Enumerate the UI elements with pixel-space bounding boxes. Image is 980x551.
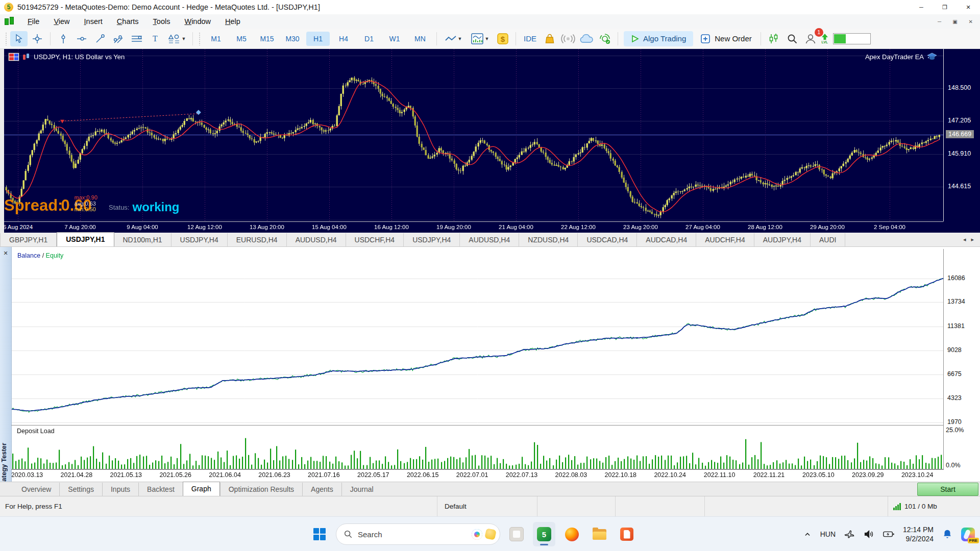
chart-tab-nd100m-h1[interactable]: ND100m,H1 [114, 233, 172, 246]
timeframe-m5[interactable]: M5 [230, 32, 253, 46]
status-profile[interactable]: Default [437, 496, 537, 516]
tabs-scroll-right-button[interactable]: ▸ [971, 236, 974, 243]
start-menu-button[interactable] [308, 522, 331, 546]
chart-tab-audcad-h4[interactable]: AUDCAD,H4 [637, 233, 696, 246]
chart-tab-usdcad-h4[interactable]: USDCAD,H4 [578, 233, 637, 246]
child-minimize-button[interactable]: ─ [938, 19, 941, 24]
chart-tab-audchf-h4[interactable]: AUDCHF,H4 [696, 233, 754, 246]
tray-chevron-up-icon[interactable] [803, 530, 812, 539]
resource-meter[interactable] [833, 33, 871, 44]
tester-tab-inputs[interactable]: Inputs [102, 483, 138, 496]
chart-tab-nzdusd-h4[interactable]: NZDUSD,H4 [519, 233, 578, 246]
menu-view[interactable]: View [46, 15, 77, 29]
new-order-button[interactable]: New Order [695, 31, 757, 46]
trendline-tool-button[interactable] [91, 31, 109, 46]
chart-type-button[interactable]: ▼ [441, 31, 465, 46]
minimize-button[interactable]: ─ [910, 0, 933, 14]
taskbar-app-file-explorer[interactable] [588, 522, 610, 546]
tick-chart-button[interactable] [765, 31, 782, 46]
menu-charts[interactable]: Charts [110, 15, 146, 29]
tester-tab-journal[interactable]: Journal [341, 483, 382, 496]
tray-clock[interactable]: 12:14 PM 9/2/2024 [903, 525, 934, 543]
price-axis[interactable]: 146.669 148.500147.205145.910144.615 [943, 49, 980, 221]
chart-tab-audjpy-h4[interactable]: AUDJPY,H4 [754, 233, 811, 246]
copilot-icon[interactable]: PRE [961, 528, 975, 541]
channel-tool-button[interactable] [110, 31, 127, 46]
taskbar-app-document[interactable] [616, 522, 638, 546]
chart-tab-usdchf-h4[interactable]: USDCHF,H4 [346, 233, 404, 246]
community-button[interactable] [596, 31, 614, 46]
search-highlight-icon[interactable] [472, 529, 482, 540]
start-button[interactable]: Start [917, 483, 978, 496]
timeframe-m1[interactable]: M1 [204, 32, 228, 46]
one-click-trading-icon[interactable] [22, 54, 31, 60]
ide-button[interactable]: IDE [520, 34, 541, 43]
chart-tab-eurusd-h4[interactable]: EURUSD,H4 [228, 233, 287, 246]
chart-tab-audi[interactable]: AUDI [811, 233, 845, 246]
signals-button[interactable] [559, 31, 577, 46]
tester-tab-settings[interactable]: Settings [59, 483, 102, 496]
timeframe-mn[interactable]: MN [408, 32, 432, 46]
price-chart-window[interactable]: USDJPY, H1: US Dollar vs Yen Apex DayTra… [0, 49, 980, 233]
chart-tab-audusd-h4[interactable]: AUDUSD,H4 [287, 233, 346, 246]
tabs-scroll-left-button[interactable]: ◂ [963, 236, 966, 243]
timeframe-m30[interactable]: M30 [281, 32, 304, 46]
chart-time-axis[interactable]: 6 Aug 20247 Aug 20:009 Aug 04:0012 Aug 1… [4, 221, 943, 233]
notification-bell-icon[interactable] [942, 529, 953, 540]
algo-trading-button[interactable]: Algo Trading [624, 31, 693, 46]
notifications-button[interactable]: 1 [802, 31, 819, 46]
menu-tools[interactable]: Tools [146, 15, 178, 29]
text-tool-button[interactable]: T [146, 31, 164, 46]
taskbar-app-metatrader5[interactable]: 5 [533, 522, 555, 546]
timeframe-d1[interactable]: D1 [357, 32, 381, 46]
chart-tab-gbpjpy-h1[interactable]: GBPJPY,H1 [0, 233, 57, 246]
chart-tab-usdjpy-h4[interactable]: USDJPY,H4 [172, 233, 228, 246]
battery-icon[interactable] [883, 529, 895, 540]
cursor-tool-button[interactable] [10, 31, 28, 46]
deposit-load-chart-canvas[interactable] [12, 427, 943, 469]
tester-close-button[interactable]: ✕ [2, 249, 10, 257]
fibonacci-tool-button[interactable] [128, 31, 145, 46]
chart-tab-usdjpy-h1[interactable]: USDJPY,H1 [57, 232, 114, 246]
child-restore-button[interactable]: ▣ [952, 19, 957, 24]
crosshair-tool-button[interactable] [29, 31, 46, 46]
cloud-button[interactable] [578, 31, 595, 46]
horizontal-line-tool-button[interactable] [73, 31, 90, 46]
chart-tab-audusd-h4[interactable]: AUDUSD,H4 [460, 233, 519, 246]
child-close-button[interactable]: ✕ [969, 19, 973, 24]
airplane-icon[interactable] [844, 529, 855, 540]
close-button[interactable]: ✕ [957, 0, 980, 14]
timeframe-w1[interactable]: W1 [383, 32, 406, 46]
shapes-tool-button[interactable]: ▼ [165, 31, 188, 46]
balance-equity-chart-canvas[interactable] [12, 249, 943, 425]
depth-of-market-icon[interactable] [8, 53, 19, 61]
taskbar-search[interactable]: Search [336, 523, 500, 545]
toolbar-grip[interactable] [199, 32, 201, 45]
tester-tab-backtest[interactable]: Backtest [138, 483, 183, 496]
search-highlight-gold-icon[interactable] [484, 528, 497, 540]
timeframe-h1[interactable]: H1 [306, 32, 330, 46]
toolbar-grip[interactable] [5, 32, 8, 45]
vertical-line-tool-button[interactable] [55, 31, 72, 46]
expert-hat-icon[interactable] [927, 53, 937, 61]
language-indicator[interactable]: HUN [820, 530, 836, 538]
menu-window[interactable]: Window [177, 15, 218, 29]
currency-button[interactable]: $ [494, 31, 511, 46]
market-button[interactable] [541, 31, 558, 46]
search-button[interactable] [783, 31, 801, 46]
tester-tab-overview[interactable]: Overview [13, 483, 59, 496]
tester-tab-optimization-results[interactable]: Optimization Results [220, 483, 302, 496]
timeframe-h4[interactable]: H4 [332, 32, 355, 46]
restore-button[interactable]: ❐ [933, 0, 957, 14]
taskbar-app-firefox[interactable] [560, 522, 583, 546]
timeframe-m15[interactable]: M15 [255, 32, 279, 46]
taskbar-app-generic[interactable] [505, 522, 528, 546]
menu-insert[interactable]: Insert [77, 15, 110, 29]
tester-tab-agents[interactable]: Agents [302, 483, 341, 496]
indicators-button[interactable]: ▼ [467, 31, 493, 46]
menu-help[interactable]: Help [218, 15, 248, 29]
speaker-icon[interactable] [863, 529, 874, 540]
chart-tab-usdjpy-h4[interactable]: USDJPY,H4 [404, 233, 460, 246]
tester-tab-graph[interactable]: Graph [183, 482, 220, 496]
menu-file[interactable]: File [20, 15, 46, 29]
